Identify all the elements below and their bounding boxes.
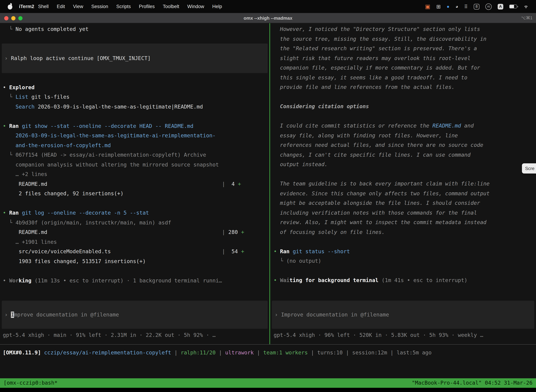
text-segment: ultrawork: [225, 350, 254, 356]
window-title: omx --xhigh --madmax: [0, 13, 536, 23]
text-segment: •: [274, 277, 280, 284]
right-terminal-pane[interactable]: However, I noticed the "Directory Struct…: [270, 23, 536, 344]
menu-shell[interactable]: Shell: [38, 4, 49, 9]
text-segment: … +2 lines: [3, 171, 47, 177]
blank-line: [0, 199, 269, 208]
text-segment: essay file, along with finding root file…: [274, 132, 458, 139]
left-prompt-input[interactable]: › Improve documentation in @filename: [2, 301, 268, 329]
text-segment: [3, 132, 15, 139]
window-grid-icon[interactable]: ⊞: [436, 4, 441, 9]
left-terminal-pane[interactable]: └ No agents completed yet› Ralph loop ac…: [0, 23, 270, 344]
terminal-line: Considering citation options: [270, 102, 536, 112]
text-segment: gpt-5.4 xhigh · 96% left · 520K in · 5.8…: [274, 332, 483, 338]
terminal-line: └ No agents completed yet: [0, 25, 269, 34]
menu-session[interactable]: Session: [91, 4, 108, 9]
apple-menu-icon[interactable]: [8, 5, 12, 9]
text-segment: |: [222, 229, 225, 235]
left-model-status: gpt-5.4 xhigh · main · 91% left · 2.31M …: [3, 330, 215, 340]
right-model-status: gpt-5.4 xhigh · 96% left · 520K in · 5.8…: [274, 330, 483, 340]
blank-line: [270, 237, 536, 247]
tmux-panes: └ No agents completed yet› Ralph loop ac…: [0, 23, 536, 344]
text-segment: [289, 248, 293, 254]
menu-help[interactable]: Help: [212, 4, 222, 9]
blue-app-icon[interactable]: ●: [447, 4, 450, 9]
menu-toolbelt[interactable]: Toolbelt: [163, 4, 179, 9]
text-segment: slight risk that future readers may over…: [274, 55, 471, 61]
text-segment: king: [19, 277, 31, 284]
text-segment: (no output): [286, 258, 321, 264]
text-segment: companion file, especially if more comme…: [274, 65, 480, 71]
terminal-line: Search 2026-03-09-is-legal-the-same-as-l…: [0, 102, 269, 112]
input-source-icon[interactable]: A: [498, 4, 503, 9]
screen: iTerm2 ShellEditViewSessionScriptsProfil…: [0, 0, 536, 392]
text-segment: └: [3, 94, 15, 100]
text-segment: The team guideline is to back every impo…: [274, 181, 490, 187]
blank-line: [270, 266, 536, 276]
keystroke-counter-icon[interactable]: 8: [474, 4, 479, 9]
menu-scripts[interactable]: Scripts: [116, 4, 131, 9]
ralph-inject-panel: › Ralph loop active continue [OMX_TMUX_I…: [2, 43, 268, 73]
text-segment: └: [3, 219, 15, 226]
text-segment: •: [3, 277, 9, 284]
menubar-items: ShellEditViewSessionScriptsProfilesToolb…: [38, 4, 222, 9]
text-segment: 2 files changed, 92 insertions(+): [3, 190, 124, 197]
right-prompt-input[interactable]: › Improve documentation in @filename: [272, 301, 534, 329]
text-segment: +: [241, 229, 244, 235]
apps-grid-icon[interactable]: ⠿: [464, 4, 468, 9]
terminal-line: README.md | 4 +: [0, 179, 269, 189]
terminal-line: However, I noticed the "Directory Struct…: [270, 25, 536, 34]
terminal-line: └ (no output): [270, 257, 536, 266]
terminal-line: the source tree, missing the essay. Stil…: [270, 34, 536, 44]
text-segment: ting for background terminal: [289, 277, 378, 284]
text-segment: |: [254, 350, 263, 356]
terminal-line: provide file and line references from th…: [270, 83, 536, 92]
gauge-icon[interactable]: .61: [485, 3, 492, 10]
text-segment: (11m 13s • esc to interrupt) · 1 backgro…: [31, 277, 222, 284]
text-segment: | turns:10 | session:12m | last:5m ago: [308, 350, 431, 356]
text-segment: [3, 103, 15, 110]
text-segment: |: [215, 350, 225, 356]
text-segment: └: [3, 26, 15, 32]
text-segment: +: [241, 248, 244, 255]
text-segment: review. Also, I might want to inspect th…: [274, 219, 486, 225]
text-segment: [OMX#0.11.9]: [3, 350, 44, 356]
terminal-line: references need actual files, and since …: [270, 140, 536, 150]
terminal-line: 2026-03-09-is-legal-the-same-as-legitima…: [0, 131, 269, 141]
screen-recording-indicator[interactable]: ▣: [425, 4, 430, 9]
text-segment: including verification notes with those …: [274, 210, 477, 216]
terminal-line: • Ran git show --stat --oneline --decora…: [0, 121, 269, 131]
titlebar: omx --xhigh --madmax ⌥⌘1: [0, 13, 536, 23]
text-segment: src/voice/voiceModeEnabled.ts: [3, 248, 222, 255]
menubar-app-name[interactable]: iTerm2: [19, 4, 34, 9]
battery-icon[interactable]: [509, 5, 517, 9]
text-segment: Explored: [9, 84, 35, 90]
text-segment: •: [3, 210, 9, 216]
text-segment: the source tree, missing the essay. Stil…: [274, 36, 486, 42]
menu-edit[interactable]: Edit: [57, 4, 65, 9]
terminal-line: output instead.: [270, 160, 536, 169]
text-segment: Ran: [9, 123, 19, 129]
text-segment: cczip/essay/ai-reimplementation-copyleft: [44, 350, 171, 356]
text-segment: ›: [5, 312, 11, 318]
text-segment: [19, 123, 22, 129]
window-shortcut-hint: ⌥⌘1: [521, 13, 532, 23]
terminal-line: and-the-erosion-of-copyleft.md: [0, 141, 269, 150]
text-segment: git show --stat --oneline --decorate HEA…: [22, 123, 193, 129]
text-segment: •: [274, 248, 280, 254]
text-segment: might be acceptable alongside the file l…: [274, 200, 480, 206]
text-segment: git ls-files: [28, 94, 70, 100]
terminal-line: • Waiting for background terminal (1m 41…: [270, 276, 536, 285]
text-segment: of focusing solely on file lines.: [274, 229, 385, 235]
menu-profiles[interactable]: Profiles: [139, 4, 155, 9]
menu-view[interactable]: View: [73, 4, 83, 9]
text-segment: [19, 210, 22, 216]
dark-app-icon[interactable]: ◕: [455, 4, 458, 9]
terminal-line: • Ran git log --oneline --decorate -n 5 …: [0, 208, 269, 218]
wifi-icon[interactable]: [523, 5, 529, 9]
terminal-line: changes, I can't cite specific file line…: [270, 150, 536, 160]
menu-window[interactable]: Window: [187, 4, 204, 9]
text-segment: Considering citation options: [274, 103, 369, 110]
text-segment: 4: [225, 181, 238, 187]
text-segment: +: [238, 181, 241, 187]
text-segment: └: [3, 152, 15, 158]
